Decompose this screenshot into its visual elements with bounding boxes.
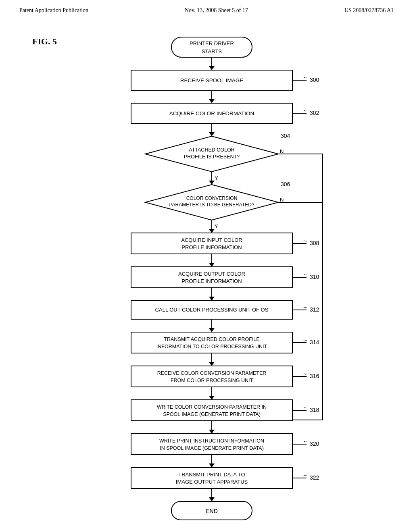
ref-314: 314 — [310, 339, 319, 345]
flowchart-svg: PRINTER DRIVER STARTS RECEIVE SPOOL IMAG… — [73, 33, 379, 525]
start-label-1: PRINTER DRIVER — [190, 40, 234, 46]
tilde-318: ~ — [303, 405, 307, 411]
header-patent-number: US 2008/0278736 A1 — [344, 7, 394, 14]
arrowhead-6 — [209, 263, 215, 267]
header-date-sheet: Nov. 13, 2008 Sheet 5 of 17 — [185, 7, 248, 14]
label-306-Y: Y — [215, 223, 218, 229]
label-312: CALL OUT COLOR PROCESSING UNIT OF OS — [155, 307, 269, 313]
label-310-1: ACQUIRE OUTPUT COLOR — [178, 271, 245, 277]
tilde-312: ~ — [303, 304, 307, 311]
ref-322: 322 — [310, 474, 319, 481]
label-304-Y: Y — [215, 175, 218, 181]
tilde-302: ~ — [303, 108, 307, 114]
tilde-300: ~ — [303, 75, 307, 81]
arrowhead-11 — [209, 430, 215, 434]
header-publication: Patent Application Publication — [19, 7, 88, 14]
ref-318: 318 — [310, 407, 319, 413]
node-310 — [131, 267, 292, 288]
ref-302: 302 — [310, 110, 319, 116]
label-306-N: N — [280, 197, 284, 203]
label-306-2: PARAMETER IS TO BE GENERATED? — [169, 202, 254, 208]
label-314-1: TRANSMIT ACQUIRED COLOR PROFILE — [164, 337, 259, 342]
arrowhead-12 — [209, 463, 215, 468]
label-310-2: PROFILE INFORMATION — [181, 278, 242, 284]
node-316 — [131, 366, 292, 387]
end-label: END — [206, 508, 218, 514]
node-322 — [131, 468, 292, 488]
label-316-2: FROM COLOR PROCESSING UNIT — [171, 378, 253, 383]
arrowhead-9 — [209, 362, 215, 366]
arrowhead-3 — [209, 132, 215, 136]
arrowhead-5 — [209, 229, 215, 233]
tilde-320: ~ — [303, 438, 307, 445]
arrowhead-13 — [209, 497, 215, 501]
label-320-2: IN SPOOL IMAGE (GENERATE PRINT DATA) — [160, 445, 264, 451]
arrowhead-8 — [209, 328, 215, 332]
node-318 — [131, 400, 292, 421]
ref-304: 304 — [281, 133, 290, 139]
label-318-2: SPOOL IMAGE (GENERATE PRINT DATA) — [163, 411, 261, 417]
ref-306: 306 — [281, 181, 290, 187]
ref-320: 320 — [310, 441, 319, 447]
label-320-1: WRITE PRINT INSTRUCTION INFORMATION — [159, 438, 264, 444]
label-300: RECEIVE SPOOL IMAGE — [180, 77, 243, 83]
label-306-1: COLOR CONVERSION — [186, 195, 238, 201]
label-308-1: ACQUIRE INPUT COLOR — [181, 237, 242, 243]
ref-300: 300 — [310, 77, 319, 83]
arrowhead-1 — [209, 66, 215, 70]
label-318-1: WRITE COLOR CONVERSION PARAMETER IN — [157, 404, 267, 410]
main-content: FIG. 5 PRINTER DRIVER STARTS RECEIVE SPO… — [0, 17, 413, 532]
start-label-2: STARTS — [202, 48, 222, 54]
arrowhead-7 — [209, 297, 215, 301]
page-header: Patent Application Publication Nov. 13, … — [0, 0, 413, 17]
label-322-2: IMAGE OUTPUT APPARATUS — [176, 479, 248, 485]
label-302: ACQUIRE COLOR INFORMATION — [169, 110, 254, 116]
ref-308: 308 — [310, 240, 319, 246]
figure-label: FIG. 5 — [32, 36, 57, 47]
label-304-N: N — [280, 148, 284, 154]
arrowhead-2 — [209, 99, 215, 103]
ref-310: 310 — [310, 274, 319, 280]
arrowhead-10 — [209, 396, 215, 400]
tilde-308: ~ — [303, 238, 307, 245]
node-314 — [131, 332, 292, 353]
label-304-1: ATTACHED COLOR — [189, 147, 234, 153]
label-316-1: RECEIVE COLOR CONVERSION PARAMETER — [157, 370, 267, 376]
arrowhead-4 — [209, 181, 215, 185]
node-308 — [131, 233, 292, 254]
tilde-314: ~ — [303, 337, 307, 344]
tilde-322: ~ — [303, 472, 307, 479]
ref-312: 312 — [310, 306, 319, 313]
label-314-2: INFORMATION TO COLOR PROCESSING UNIT — [156, 344, 267, 349]
tilde-316: ~ — [303, 371, 307, 378]
ref-316: 316 — [310, 373, 319, 379]
label-308-2: PROFILE INFORMATION — [181, 244, 242, 250]
node-320 — [131, 434, 292, 455]
tilde-310: ~ — [303, 272, 307, 278]
label-322-1: TRANSMIT PRINT DATA TO — [178, 472, 245, 478]
label-304-2: PROFILE IS PRESENT? — [184, 154, 240, 160]
